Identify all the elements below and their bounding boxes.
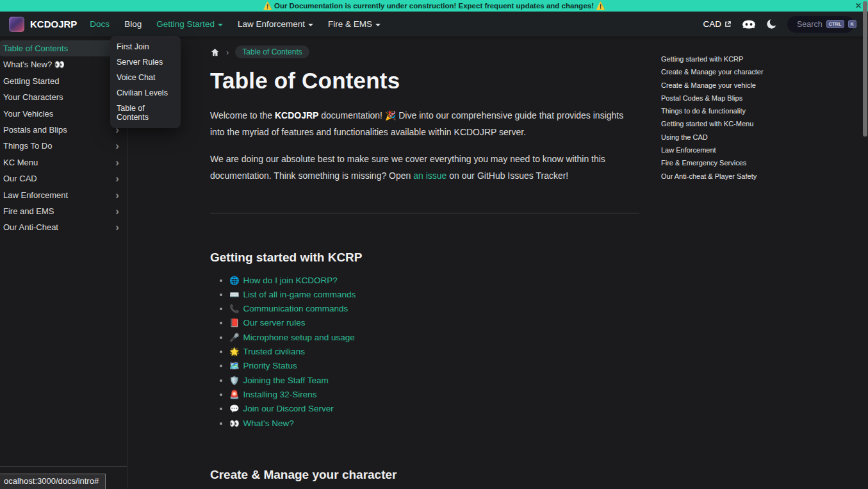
section-heading-getting-started-with-kcrp: Getting started with KCRP [210, 251, 639, 265]
nav-link-docs[interactable]: Docs [90, 19, 110, 29]
content-divider [210, 213, 639, 213]
doc-link-microphone-setup-and-usage[interactable]: Microphone setup and usage [243, 333, 355, 342]
dropdown-item-table-of-contents[interactable]: Table of Contents [110, 101, 181, 125]
home-icon[interactable] [210, 47, 220, 57]
toc-item-create-manage-your-vehicle[interactable]: Create & Manage your vehicle [661, 79, 783, 92]
dark-mode-toggle-moon-icon[interactable] [766, 19, 777, 29]
doc-link-priority-status[interactable]: Priority Status [243, 361, 297, 370]
sidebar-item-what-s-new[interactable]: What's New? 👀 [0, 56, 126, 72]
dropdown-item-server-rules[interactable]: Server Rules [110, 54, 181, 70]
toc-item-our-anti-cheat-player-safety[interactable]: Our Anti-cheat & Player Safety [661, 170, 783, 183]
chevron-right-icon[interactable]: › [115, 173, 123, 184]
sidebar-item-law-enforcement[interactable]: Law Enforcement› [0, 187, 126, 203]
sidebar-item-your-vehicles[interactable]: Your Vehicles› [0, 106, 126, 122]
cad-label: CAD [703, 19, 721, 29]
nav-link-label: Getting Started [156, 19, 215, 29]
dropdown-item-first-join[interactable]: First Join [110, 39, 181, 54]
doc-link-list-of-all-in-game-commands[interactable]: List of all in-game commands [243, 290, 356, 299]
doc-link-how-do-i-join-kcdorp[interactable]: How do I join KCDORP? [243, 276, 338, 285]
nav-links: DocsBlogGetting StartedLaw EnforcementFi… [90, 19, 395, 29]
page-title: Table of Contents [210, 68, 639, 94]
sidebar: Table of ContentsWhat's New? 👀Getting St… [0, 37, 127, 489]
kbd-k: K [848, 20, 856, 28]
toc-item-postal-codes-map-blips[interactable]: Postal Codes & Map Blips [661, 92, 783, 104]
sidebar-item-label: Your Vehicles [3, 109, 53, 119]
chevron-right-icon[interactable]: › [115, 222, 123, 233]
nav-link-label: Fire & EMS [328, 19, 372, 29]
trusted-civilians-icon: 🌟 [229, 347, 240, 356]
section-heading-create-manage-your-character: Create & Manage your character [210, 468, 639, 482]
sidebar-item-kc-menu[interactable]: KC Menu› [0, 154, 126, 170]
sidebar-item-label: Our Anti-Cheat [3, 222, 58, 232]
nav-link-fire-ems[interactable]: Fire & EMS [328, 19, 381, 29]
main-content: › Table of Contents Table of Contents We… [210, 37, 639, 489]
chevron-right-icon[interactable]: › [115, 140, 123, 151]
doc-link-what-s-new[interactable]: What's New? [243, 419, 294, 428]
chevron-right-icon: › [226, 47, 229, 57]
list-item: ⌨️List of all in-game commands [229, 288, 639, 302]
list-item: 🗺️Priority Status [229, 359, 639, 373]
sidebar-footer-divider [0, 466, 127, 467]
sidebar-item-fire-and-ems[interactable]: Fire and EMS› [0, 203, 126, 219]
sidebar-item-postals-and-blips[interactable]: Postals and Blips› [0, 122, 126, 138]
dropdown-item-voice-chat[interactable]: Voice Chat [110, 70, 181, 85]
an-issue-link[interactable]: an issue [413, 170, 446, 181]
sidebar-item-label: Our CAD [3, 174, 37, 183]
sidebar-item-our-anti-cheat[interactable]: Our Anti-Cheat› [0, 219, 126, 235]
cad-link[interactable]: CAD [703, 19, 732, 29]
brand[interactable]: KCDOJRP [9, 17, 90, 32]
joining-the-staff-team-icon: 🛡️ [229, 376, 240, 385]
sidebar-item-your-characters[interactable]: Your Characters› [0, 89, 126, 105]
toc-item-create-manage-your-character[interactable]: Create & Manage your character [661, 65, 783, 78]
search-input[interactable]: Search CTRL K [787, 16, 854, 33]
chevron-down-icon [375, 24, 381, 26]
our-server-rules-icon: 📕 [229, 319, 240, 327]
doc-link-installing-32-sirens[interactable]: Installing 32-Sirens [243, 390, 317, 399]
list-item: 🎤Microphone setup and usage [229, 331, 639, 345]
discord-icon[interactable] [742, 19, 756, 29]
page-toc: Getting started with KCRPCreate & Manage… [661, 53, 783, 183]
toc-item-using-the-cad[interactable]: Using the CAD [661, 131, 783, 144]
sidebar-item-label: Table of Contents [3, 44, 68, 53]
how-do-i-join-kcdorp-icon: 🌐 [229, 276, 240, 285]
chevron-right-icon[interactable]: › [115, 157, 123, 168]
list-item: 🛡️Joining the Staff Team [229, 374, 639, 388]
doc-link-trusted-civilians[interactable]: Trusted civilians [243, 347, 305, 356]
chevron-right-icon[interactable]: › [115, 190, 123, 201]
nav-link-law-enforcement[interactable]: Law Enforcement [238, 19, 313, 29]
close-icon[interactable]: ✕ [855, 1, 862, 11]
chevron-right-icon[interactable]: › [115, 206, 123, 217]
list-of-all-in-game-commands-icon: ⌨️ [229, 290, 240, 299]
sidebar-item-our-cad[interactable]: Our CAD› [0, 170, 126, 186]
sidebar-item-label: Postals and Blips [3, 125, 67, 135]
nav-link-getting-started[interactable]: Getting Started [156, 19, 223, 29]
join-our-discord-server-icon: 💬 [229, 404, 240, 413]
scrollbar-thumb[interactable] [863, 1, 867, 137]
nav-link-blog[interactable]: Blog [124, 19, 142, 29]
breadcrumb: › Table of Contents [210, 46, 639, 58]
sidebar-item-label: KC Menu [3, 158, 38, 167]
sidebar-item-label: Law Enforcement [3, 190, 68, 200]
page-scrollbar[interactable] [862, 0, 868, 489]
sidebar-item-things-to-do[interactable]: Things To Do› [0, 138, 126, 154]
sidebar-item-getting-started[interactable]: Getting Started› [0, 73, 126, 89]
dropdown-item-civilian-levels[interactable]: Civilian Levels [110, 85, 181, 101]
doc-link-join-our-discord-server[interactable]: Join our Discord Server [243, 404, 334, 413]
microphone-setup-and-usage-icon: 🎤 [229, 333, 240, 342]
doc-link-our-server-rules[interactable]: Our server rules [243, 318, 306, 327]
toc-item-law-enforcement[interactable]: Law Enforcement [661, 144, 783, 156]
toc-item-things-to-do-functionality[interactable]: Things to do & functionality [661, 104, 783, 117]
doc-link-joining-the-staff-team[interactable]: Joining the Staff Team [243, 376, 329, 385]
breadcrumb-current[interactable]: Table of Contents [235, 46, 309, 58]
nav-link-label: Blog [124, 19, 142, 29]
doc-link-communication-commands[interactable]: Communication commands [243, 304, 348, 313]
doc-sections: Getting started with KCRP🌐How do I join … [210, 251, 639, 489]
chevron-down-icon [308, 24, 313, 26]
toc-item-getting-started-with-kcrp[interactable]: Getting started with KCRP [661, 53, 783, 65]
search-placeholder: Search [797, 20, 823, 29]
sidebar-item-table-of-contents[interactable]: Table of Contents [0, 40, 126, 56]
list-item: 🌟Trusted civilians [229, 345, 639, 359]
installing-32-sirens-icon: 🚨 [229, 390, 240, 399]
toc-item-fire-emergency-services[interactable]: Fire & Emergency Services [661, 156, 783, 169]
toc-item-getting-started-with-kc-menu[interactable]: Getting started with KC-Menu [661, 117, 783, 130]
